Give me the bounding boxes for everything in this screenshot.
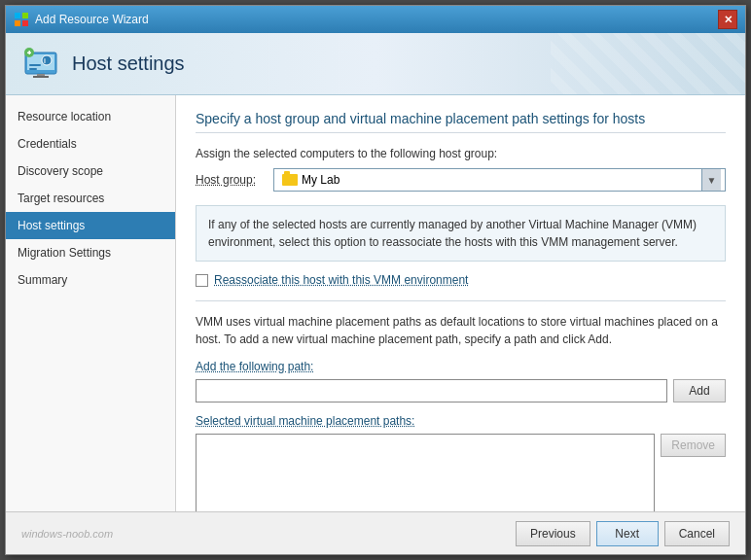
- host-group-row: Host group: My Lab ▼: [196, 168, 726, 192]
- reassociate-checkbox[interactable]: [196, 274, 208, 287]
- vmm-description: VMM uses virtual machine placement paths…: [196, 313, 726, 348]
- sidebar-item-migration-settings[interactable]: Migration Settings: [6, 239, 175, 266]
- assign-label: Assign the selected computers to the fol…: [196, 147, 726, 160]
- next-button[interactable]: Next: [596, 521, 659, 546]
- info-text: If any of the selected hosts are current…: [208, 218, 697, 249]
- footer-buttons: Previous Next Cancel: [516, 521, 730, 546]
- host-group-dropdown[interactable]: My Lab ▼: [273, 168, 726, 192]
- sidebar-item-resource-location[interactable]: Resource location: [6, 103, 175, 130]
- sidebar-item-summary[interactable]: Summary: [6, 266, 175, 294]
- close-button[interactable]: ✕: [718, 10, 737, 29]
- remove-path-button[interactable]: Remove: [661, 434, 726, 457]
- folder-icon: [282, 174, 298, 186]
- svg-rect-11: [29, 68, 37, 70]
- paths-list[interactable]: [196, 434, 655, 511]
- header-section: i Host settings: [6, 33, 745, 95]
- svg-rect-3: [22, 20, 28, 26]
- host-group-value: My Lab: [278, 173, 340, 187]
- title-bar-text: Add Resource Wizard: [35, 13, 149, 26]
- host-group-value-text: My Lab: [302, 173, 340, 187]
- svg-rect-7: [33, 76, 49, 78]
- main-content: Resource location Credentials Discovery …: [6, 95, 745, 511]
- previous-button[interactable]: Previous: [516, 521, 590, 546]
- reassociate-checkbox-row: Reassociate this host with this VMM envi…: [196, 273, 726, 287]
- svg-rect-14: [29, 51, 31, 54]
- title-bar-left: Add Resource Wizard: [14, 12, 149, 27]
- paths-list-row: Remove: [196, 434, 726, 511]
- svg-text:i: i: [44, 57, 46, 64]
- page-title: Host settings: [72, 52, 185, 75]
- svg-rect-0: [15, 13, 20, 18]
- sidebar-item-discovery-scope[interactable]: Discovery scope: [6, 158, 175, 185]
- svg-rect-2: [15, 20, 20, 26]
- watermark: windows-noob.com: [21, 528, 113, 540]
- title-bar: Add Resource Wizard ✕: [6, 6, 745, 33]
- selected-paths-label: Selected virtual machine placement paths…: [196, 414, 726, 428]
- svg-rect-1: [22, 13, 28, 18]
- title-bar-app-icon: [14, 12, 29, 27]
- path-input-row: Add: [196, 379, 726, 402]
- wizard-window: Add Resource Wizard ✕ i Host settings: [5, 5, 746, 555]
- dropdown-arrow-icon: ▼: [701, 169, 721, 191]
- footer: windows-noob.com Previous Next Cancel: [6, 511, 745, 554]
- path-input[interactable]: [196, 379, 667, 402]
- content-area: Specify a host group and virtual machine…: [176, 95, 745, 511]
- header-icon: i: [21, 45, 60, 84]
- host-group-label: Host group:: [196, 173, 264, 187]
- sidebar-item-host-settings[interactable]: Host settings: [6, 212, 175, 239]
- reassociate-label[interactable]: Reassociate this host with this VMM envi…: [214, 273, 468, 287]
- add-path-label: Add the following path:: [196, 360, 726, 373]
- cancel-button[interactable]: Cancel: [664, 521, 730, 546]
- vmm-description-text: VMM uses virtual machine placement paths…: [196, 315, 718, 346]
- svg-rect-10: [29, 64, 41, 66]
- sidebar-item-target-resources[interactable]: Target resources: [6, 185, 175, 212]
- sidebar: Resource location Credentials Discovery …: [6, 95, 176, 511]
- divider: [196, 300, 726, 301]
- sidebar-item-credentials[interactable]: Credentials: [6, 130, 175, 158]
- info-box: If any of the selected hosts are current…: [196, 205, 726, 262]
- content-title: Specify a host group and virtual machine…: [196, 111, 726, 133]
- add-path-button[interactable]: Add: [673, 379, 726, 402]
